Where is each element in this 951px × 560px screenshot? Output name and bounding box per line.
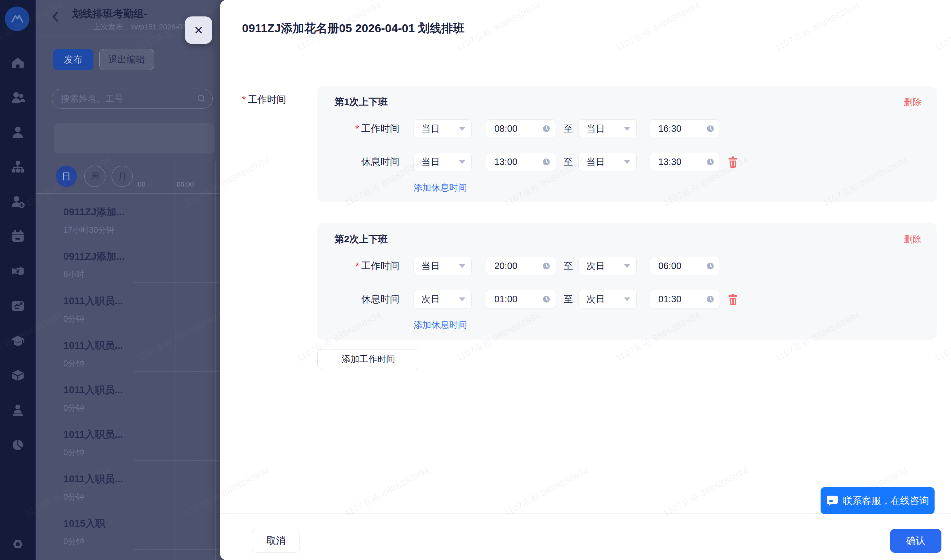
search-placeholder: 搜索姓名、工号 [61, 93, 197, 105]
home-icon[interactable] [10, 55, 25, 70]
view-tab-month[interactable]: 月 [112, 166, 133, 187]
chevron-down-icon [459, 264, 465, 268]
title-divider [239, 54, 939, 54]
brand-logo [5, 6, 29, 31]
graduation-cap-icon[interactable] [10, 333, 25, 348]
chevron-down-icon [624, 264, 630, 268]
rest-end-day-select[interactable]: 次日 [579, 290, 637, 308]
person-add-icon[interactable] [10, 194, 25, 209]
publish-button[interactable]: 发布 [53, 49, 94, 70]
delete-rest-time-icon[interactable] [728, 157, 739, 168]
legend-block [54, 123, 215, 153]
schedule-edit-modal: 0911ZJ添加花名册05 2026-04-01 划线排班 *工作时间 第1次上… [220, 0, 951, 560]
add-work-time-button[interactable]: 添加工作时间 [317, 349, 419, 369]
search-icon [197, 94, 206, 103]
schedule-duration: 0分钟 [63, 358, 142, 369]
chevron-down-icon [624, 297, 630, 301]
schedule-name: 1011入职员... [63, 472, 142, 486]
rest-start-time-input[interactable]: 01:00 [486, 290, 556, 308]
work-end-time-input[interactable]: 16:30 [650, 120, 720, 138]
confirm-button[interactable]: 确认 [890, 529, 942, 553]
app-sidebar: ¥ [0, 0, 35, 560]
view-tab-day[interactable]: 日 [56, 166, 77, 187]
rest-start-day-select[interactable]: 次日 [414, 290, 472, 308]
work-end-day-select[interactable]: 次日 [579, 257, 637, 275]
schedule-duration: 0分钟 [63, 403, 142, 414]
pie-chart-icon[interactable] [10, 437, 25, 452]
chevron-down-icon [459, 297, 465, 301]
required-asterisk: * [355, 260, 359, 271]
to-label: 至 [562, 153, 574, 171]
timeline-tick: :00 [136, 180, 146, 188]
clock-icon [543, 295, 550, 303]
rest-start-day-select[interactable]: 当日 [414, 153, 472, 171]
exit-edit-button[interactable]: 退出编辑 [99, 49, 154, 70]
rest-start-time-input[interactable]: 13:00 [486, 153, 556, 171]
clock-icon [543, 125, 550, 132]
gear-icon[interactable] [10, 537, 25, 552]
schedule-duration: 17小时30分钟 [63, 225, 142, 235]
schedule-list-item[interactable]: 1011入职员...0分钟 [63, 294, 142, 332]
delete-shift-link[interactable]: 删除 [904, 234, 922, 245]
schedule-name: 1011入职员... [63, 383, 142, 397]
schedule-list-item[interactable]: 1015入职0分钟 [63, 517, 142, 554]
work-start-day-select[interactable]: 当日 [414, 257, 472, 275]
schedule-duration: 0分钟 [63, 536, 142, 547]
add-rest-time-link[interactable]: 添加休息时间 [414, 182, 467, 194]
shift-card-title: 第2次上下班 [334, 233, 388, 246]
schedule-list-item[interactable]: 1011入职员...0分钟 [63, 472, 142, 510]
delete-rest-time-icon[interactable] [728, 294, 739, 305]
rest-end-time-input[interactable]: 01:30 [650, 290, 720, 308]
schedule-name: 0911ZJ添加... [63, 250, 142, 263]
schedule-duration: 0分钟 [63, 492, 142, 503]
org-chart-icon[interactable] [10, 159, 25, 174]
required-asterisk: * [242, 94, 246, 105]
payroll-yuan-icon[interactable]: ¥ [10, 263, 25, 278]
contact-support-button[interactable]: 联系客服，在线咨询 [820, 487, 934, 514]
rest-end-day-select[interactable]: 当日 [579, 153, 637, 171]
schedule-duration: 0分钟 [63, 314, 142, 325]
stamp-icon[interactable] [10, 403, 25, 418]
search-input[interactable]: 搜索姓名、工号 [52, 89, 212, 109]
schedule-name: 1011入职员... [63, 428, 142, 442]
delete-shift-link[interactable]: 删除 [904, 96, 922, 108]
add-rest-time-link[interactable]: 添加休息时间 [414, 319, 467, 331]
schedule-name: 1015入职 [63, 517, 142, 531]
clock-icon [706, 125, 714, 132]
work-end-time-input[interactable]: 06:00 [650, 257, 720, 275]
calendar-icon[interactable] [10, 229, 25, 244]
required-asterisk: * [355, 123, 359, 134]
schedule-list-item[interactable]: 1011入职员...0分钟 [63, 339, 142, 377]
schedule-list-item[interactable]: 1011入职员...0分钟 [63, 428, 142, 466]
svg-text:¥: ¥ [16, 268, 20, 275]
view-tab-week[interactable]: 周 [84, 166, 105, 187]
back-button[interactable] [51, 11, 59, 22]
timeline-row-grid [134, 194, 220, 560]
schedule-list-item[interactable]: 1011入职员...0分钟 [63, 383, 142, 421]
rest-end-time-input[interactable]: 13:30 [650, 153, 720, 171]
work-start-day-select[interactable]: 当日 [414, 120, 472, 138]
work-time-form-label: *工作时间 [242, 93, 286, 106]
close-button[interactable]: × [185, 17, 212, 44]
schedule-list-item[interactable]: 0911ZJ添加...8小时 [63, 250, 142, 288]
work-start-time-input[interactable]: 08:00 [486, 120, 556, 138]
panel-title: 划线排班考勤组- [72, 7, 147, 21]
shift-card-1: 第1次上下班 删除 *工作时间 当日 08:00 至 当日 16:30 休息时间… [317, 86, 937, 202]
rest-time-row-label: 休息时间 [345, 290, 400, 308]
attendance-group-panel: 划线排班考勤组- 上次发布：xwp151 2026-03-25 发布 退出编辑 … [35, 0, 220, 560]
schedule-name: 0911ZJ添加... [63, 205, 142, 219]
cancel-button[interactable]: 取消 [252, 529, 300, 553]
work-time-row-label: *工作时间 [345, 257, 400, 275]
cube-icon[interactable] [10, 368, 25, 383]
chevron-down-icon [459, 160, 465, 164]
work-end-day-select[interactable]: 当日 [579, 120, 637, 138]
shift-card-title: 第1次上下班 [334, 95, 388, 109]
person-icon[interactable] [10, 125, 25, 140]
team-icon[interactable] [10, 90, 25, 105]
clock-icon [543, 262, 550, 270]
work-start-time-input[interactable]: 20:00 [486, 257, 556, 275]
to-label: 至 [562, 120, 574, 138]
schedule-duration: 8小时 [63, 269, 142, 280]
trend-report-icon[interactable] [10, 298, 25, 314]
schedule-list-item[interactable]: 0911ZJ添加...17小时30分钟 [63, 205, 142, 243]
